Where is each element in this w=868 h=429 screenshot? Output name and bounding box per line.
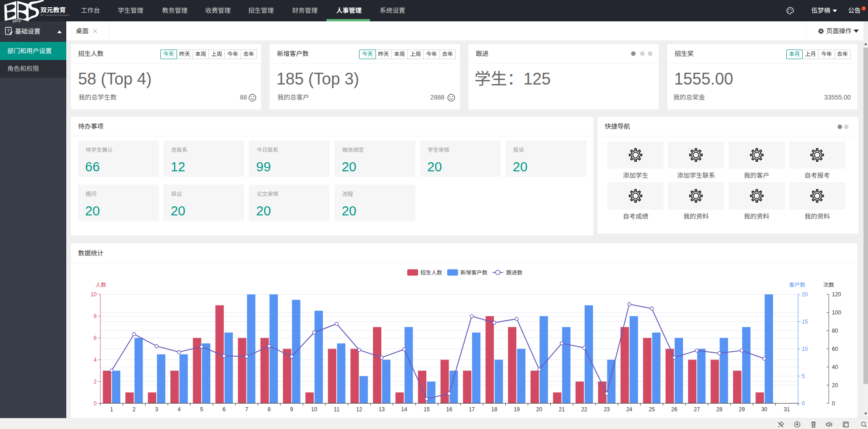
svg-text:28: 28: [716, 406, 723, 413]
svg-text:4: 4: [178, 406, 181, 413]
svg-text:31: 31: [784, 406, 790, 413]
svg-text:次数: 次数: [824, 282, 834, 288]
svg-text:0: 0: [94, 400, 97, 407]
svg-text:5: 5: [200, 406, 203, 413]
svg-text:30: 30: [761, 406, 768, 413]
svg-text:13: 13: [379, 406, 385, 413]
svg-text:15: 15: [424, 406, 430, 413]
svg-text:20: 20: [536, 406, 542, 413]
svg-text:6: 6: [222, 406, 226, 413]
svg-text:8: 8: [268, 406, 271, 413]
svg-text:1: 1: [110, 406, 113, 413]
svg-text:60: 60: [832, 346, 838, 352]
svg-text:25: 25: [649, 406, 655, 413]
svg-text:16: 16: [446, 406, 453, 413]
svg-text:80: 80: [832, 328, 838, 334]
svg-text:17: 17: [469, 406, 475, 413]
svg-text:120: 120: [832, 291, 841, 298]
svg-text:19: 19: [514, 406, 520, 413]
svg-text:招生人数: 招生人数: [420, 269, 442, 276]
svg-text:6: 6: [94, 335, 97, 341]
svg-text:14: 14: [401, 406, 408, 413]
svg-text:新增客户数: 新增客户数: [460, 269, 488, 276]
svg-text:21: 21: [559, 406, 565, 413]
svg-text:4: 4: [94, 357, 97, 363]
svg-text:100: 100: [832, 309, 841, 316]
svg-text:12: 12: [356, 406, 363, 413]
svg-text:10: 10: [802, 346, 808, 352]
svg-text:0: 0: [832, 400, 835, 407]
svg-text:23: 23: [604, 406, 610, 413]
svg-text:9: 9: [290, 406, 293, 413]
svg-text:27: 27: [694, 406, 700, 413]
svg-text:20: 20: [802, 291, 808, 298]
svg-text:跟进数: 跟进数: [506, 269, 523, 276]
svg-text:24: 24: [626, 406, 632, 413]
svg-text:20: 20: [832, 382, 838, 389]
svg-text:2: 2: [133, 406, 136, 413]
svg-text:40: 40: [832, 364, 838, 370]
svg-text:15: 15: [802, 319, 808, 325]
svg-text:客户数: 客户数: [789, 282, 805, 288]
svg-text:7: 7: [245, 406, 248, 413]
svg-text:人数: 人数: [95, 282, 106, 288]
svg-text:3: 3: [155, 406, 158, 413]
svg-text:11: 11: [334, 406, 340, 413]
svg-text:2: 2: [94, 379, 97, 385]
svg-text:0: 0: [802, 400, 805, 407]
svg-text:10: 10: [91, 291, 97, 298]
svg-text:8: 8: [94, 313, 97, 319]
svg-text:5: 5: [802, 373, 805, 379]
svg-text:26: 26: [671, 406, 678, 413]
svg-text:22: 22: [581, 406, 587, 413]
svg-text:10: 10: [311, 406, 317, 413]
svg-text:29: 29: [739, 406, 745, 413]
svg-text:18: 18: [491, 406, 498, 413]
svg-text:?: ?: [7, 29, 10, 34]
